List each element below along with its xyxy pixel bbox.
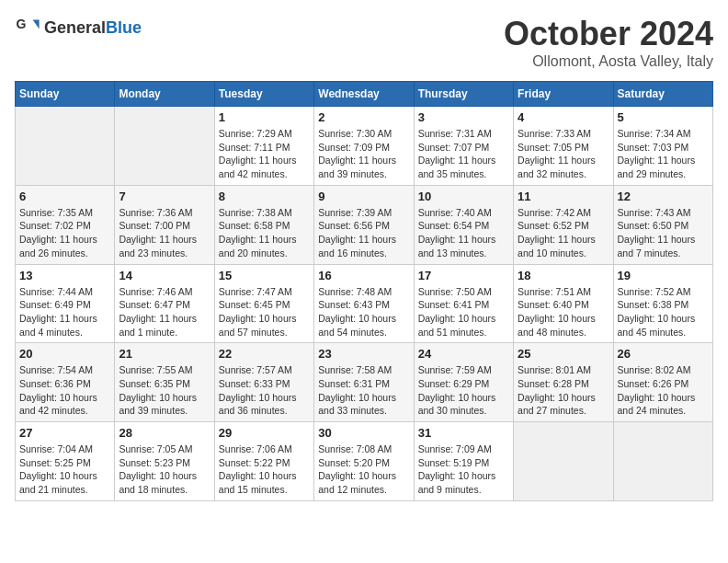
calendar-day-cell — [16, 107, 115, 186]
day-number: 20 — [19, 347, 110, 361]
logo: G GeneralBlue — [15, 15, 142, 40]
day-number: 19 — [618, 269, 709, 282]
weekday-header-cell: Monday — [115, 82, 214, 107]
calendar-day-cell: 26Sunrise: 8:02 AMSunset: 6:26 PMDayligh… — [613, 343, 712, 422]
calendar-day-cell: 21Sunrise: 7:55 AMSunset: 6:35 PMDayligh… — [115, 343, 214, 422]
calendar-day-cell: 30Sunrise: 7:08 AMSunset: 5:20 PMDayligh… — [314, 422, 414, 501]
day-number: 6 — [19, 190, 110, 203]
day-number: 9 — [318, 190, 409, 203]
calendar-day-cell: 10Sunrise: 7:40 AMSunset: 6:54 PMDayligh… — [414, 185, 513, 264]
day-info: Sunrise: 7:29 AMSunset: 7:11 PMDaylight:… — [219, 127, 310, 181]
day-number: 8 — [219, 190, 310, 203]
day-info: Sunrise: 7:58 AMSunset: 6:31 PMDaylight:… — [318, 363, 409, 418]
day-number: 23 — [318, 347, 409, 361]
weekday-header-cell: Friday — [514, 82, 613, 107]
calendar-table: SundayMondayTuesdayWednesdayThursdayFrid… — [15, 81, 713, 501]
day-number: 5 — [618, 110, 709, 124]
title-block: October 2024 Ollomont, Aosta Valley, Ita… — [504, 15, 713, 70]
calendar-week-row: 20Sunrise: 7:54 AMSunset: 6:36 PMDayligh… — [16, 343, 713, 422]
day-number: 15 — [219, 269, 310, 282]
day-info: Sunrise: 7:33 AMSunset: 7:05 PMDaylight:… — [518, 127, 609, 181]
calendar-day-cell — [115, 107, 214, 186]
weekday-header-row: SundayMondayTuesdayWednesdayThursdayFrid… — [16, 82, 713, 107]
day-info: Sunrise: 7:04 AMSunset: 5:25 PMDaylight:… — [19, 442, 110, 497]
page-header: G GeneralBlue October 2024 Ollomont, Aos… — [15, 15, 713, 70]
day-info: Sunrise: 7:40 AMSunset: 6:54 PMDaylight:… — [418, 206, 509, 260]
weekday-header-cell: Saturday — [613, 82, 712, 107]
day-info: Sunrise: 7:51 AMSunset: 6:40 PMDaylight:… — [518, 285, 609, 339]
calendar-week-row: 1Sunrise: 7:29 AMSunset: 7:11 PMDaylight… — [16, 107, 713, 186]
day-info: Sunrise: 7:59 AMSunset: 6:29 PMDaylight:… — [418, 363, 509, 418]
calendar-day-cell: 29Sunrise: 7:06 AMSunset: 5:22 PMDayligh… — [214, 422, 313, 501]
day-number: 22 — [219, 347, 310, 361]
calendar-day-cell: 18Sunrise: 7:51 AMSunset: 6:40 PMDayligh… — [514, 264, 613, 343]
calendar-day-cell: 25Sunrise: 8:01 AMSunset: 6:28 PMDayligh… — [514, 343, 613, 422]
day-info: Sunrise: 7:50 AMSunset: 6:41 PMDaylight:… — [418, 285, 509, 339]
calendar-day-cell: 19Sunrise: 7:52 AMSunset: 6:38 PMDayligh… — [613, 264, 712, 343]
day-number: 12 — [618, 190, 709, 203]
day-info: Sunrise: 7:39 AMSunset: 6:56 PMDaylight:… — [318, 206, 409, 260]
calendar-day-cell: 31Sunrise: 7:09 AMSunset: 5:19 PMDayligh… — [414, 422, 513, 501]
weekday-header-cell: Sunday — [16, 82, 115, 107]
day-number: 11 — [518, 190, 609, 203]
calendar-week-row: 27Sunrise: 7:04 AMSunset: 5:25 PMDayligh… — [16, 422, 713, 501]
day-info: Sunrise: 7:46 AMSunset: 6:47 PMDaylight:… — [119, 285, 210, 339]
day-number: 18 — [518, 269, 609, 282]
logo-text-general: General — [44, 18, 106, 37]
day-info: Sunrise: 7:06 AMSunset: 5:22 PMDaylight:… — [219, 442, 310, 497]
day-number: 10 — [418, 190, 509, 203]
day-info: Sunrise: 7:09 AMSunset: 5:19 PMDaylight:… — [418, 442, 509, 497]
calendar-day-cell: 11Sunrise: 7:42 AMSunset: 6:52 PMDayligh… — [514, 185, 613, 264]
day-info: Sunrise: 7:52 AMSunset: 6:38 PMDaylight:… — [618, 285, 709, 339]
day-info: Sunrise: 7:36 AMSunset: 7:00 PMDaylight:… — [119, 206, 210, 260]
calendar-day-cell: 1Sunrise: 7:29 AMSunset: 7:11 PMDaylight… — [214, 107, 313, 186]
calendar-body: 1Sunrise: 7:29 AMSunset: 7:11 PMDaylight… — [16, 107, 713, 501]
day-number: 17 — [418, 269, 509, 282]
day-number: 29 — [219, 426, 310, 440]
day-info: Sunrise: 7:44 AMSunset: 6:49 PMDaylight:… — [19, 285, 110, 339]
day-info: Sunrise: 7:48 AMSunset: 6:43 PMDaylight:… — [318, 285, 409, 339]
calendar-day-cell: 27Sunrise: 7:04 AMSunset: 5:25 PMDayligh… — [16, 422, 115, 501]
calendar-day-cell — [514, 422, 613, 501]
calendar-day-cell: 20Sunrise: 7:54 AMSunset: 6:36 PMDayligh… — [16, 343, 115, 422]
calendar-day-cell: 9Sunrise: 7:39 AMSunset: 6:56 PMDaylight… — [314, 185, 414, 264]
calendar-day-cell: 3Sunrise: 7:31 AMSunset: 7:07 PMDaylight… — [414, 107, 513, 186]
calendar-day-cell: 7Sunrise: 7:36 AMSunset: 7:00 PMDaylight… — [115, 185, 214, 264]
day-info: Sunrise: 8:02 AMSunset: 6:26 PMDaylight:… — [618, 363, 709, 418]
day-info: Sunrise: 7:08 AMSunset: 5:20 PMDaylight:… — [318, 442, 409, 497]
logo-text-blue: Blue — [106, 18, 142, 37]
calendar-day-cell: 8Sunrise: 7:38 AMSunset: 6:58 PMDaylight… — [214, 185, 313, 264]
calendar-day-cell: 13Sunrise: 7:44 AMSunset: 6:49 PMDayligh… — [16, 264, 115, 343]
day-number: 14 — [119, 269, 210, 282]
day-number: 26 — [618, 347, 709, 361]
day-number: 25 — [518, 347, 609, 361]
day-info: Sunrise: 7:31 AMSunset: 7:07 PMDaylight:… — [418, 127, 509, 181]
day-info: Sunrise: 7:05 AMSunset: 5:23 PMDaylight:… — [119, 442, 210, 497]
day-number: 16 — [318, 269, 409, 282]
calendar-day-cell: 16Sunrise: 7:48 AMSunset: 6:43 PMDayligh… — [314, 264, 414, 343]
day-number: 28 — [119, 426, 210, 440]
day-info: Sunrise: 7:47 AMSunset: 6:45 PMDaylight:… — [219, 285, 310, 339]
calendar-day-cell: 5Sunrise: 7:34 AMSunset: 7:03 PMDaylight… — [613, 107, 712, 186]
day-info: Sunrise: 7:57 AMSunset: 6:33 PMDaylight:… — [219, 363, 310, 418]
day-info: Sunrise: 7:54 AMSunset: 6:36 PMDaylight:… — [19, 363, 110, 418]
day-number: 27 — [19, 426, 110, 440]
calendar-day-cell: 2Sunrise: 7:30 AMSunset: 7:09 PMDaylight… — [314, 107, 414, 186]
calendar-day-cell: 12Sunrise: 7:43 AMSunset: 6:50 PMDayligh… — [613, 185, 712, 264]
day-number: 2 — [318, 110, 409, 124]
calendar-week-row: 6Sunrise: 7:35 AMSunset: 7:02 PMDaylight… — [16, 185, 713, 264]
calendar-day-cell: 4Sunrise: 7:33 AMSunset: 7:05 PMDaylight… — [514, 107, 613, 186]
day-number: 3 — [418, 110, 509, 124]
weekday-header-cell: Tuesday — [214, 82, 313, 107]
calendar-day-cell: 24Sunrise: 7:59 AMSunset: 6:29 PMDayligh… — [414, 343, 513, 422]
day-info: Sunrise: 7:42 AMSunset: 6:52 PMDaylight:… — [518, 206, 609, 260]
calendar-week-row: 13Sunrise: 7:44 AMSunset: 6:49 PMDayligh… — [16, 264, 713, 343]
calendar-day-cell: 17Sunrise: 7:50 AMSunset: 6:41 PMDayligh… — [414, 264, 513, 343]
day-info: Sunrise: 8:01 AMSunset: 6:28 PMDaylight:… — [518, 363, 609, 418]
day-info: Sunrise: 7:35 AMSunset: 7:02 PMDaylight:… — [19, 206, 110, 260]
day-info: Sunrise: 7:38 AMSunset: 6:58 PMDaylight:… — [219, 206, 310, 260]
location-title: Ollomont, Aosta Valley, Italy — [504, 53, 713, 70]
calendar-day-cell: 14Sunrise: 7:46 AMSunset: 6:47 PMDayligh… — [115, 264, 214, 343]
calendar-day-cell: 15Sunrise: 7:47 AMSunset: 6:45 PMDayligh… — [214, 264, 313, 343]
calendar-day-cell: 23Sunrise: 7:58 AMSunset: 6:31 PMDayligh… — [314, 343, 414, 422]
